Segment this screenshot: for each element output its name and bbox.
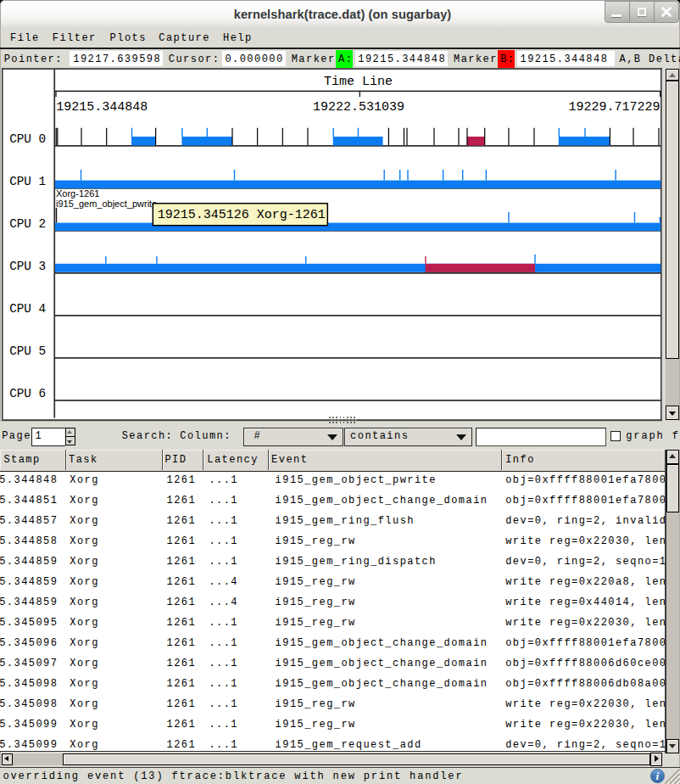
svg-text:CPU 2: CPU 2 <box>9 217 46 231</box>
svg-text:i915_gem_object_pwrite: i915_gem_object_pwrite <box>56 199 157 209</box>
svg-text:i: i <box>655 770 659 782</box>
svg-text:CPU 5: CPU 5 <box>9 344 46 358</box>
svg-text:Time Line: Time Line <box>324 75 393 89</box>
svg-text:CPU 0: CPU 0 <box>9 132 46 146</box>
svg-text:19229.717229: 19229.717229 <box>569 100 660 115</box>
svg-text:CPU 6: CPU 6 <box>9 387 46 400</box>
svg-text:CPU 4: CPU 4 <box>9 302 46 316</box>
svg-text:Xorg-1261: Xorg-1261 <box>56 188 99 199</box>
svg-text:CPU 3: CPU 3 <box>9 260 46 273</box>
svg-text:19215.344848: 19215.344848 <box>56 100 148 115</box>
svg-text:19215.345126 Xorg-1261: 19215.345126 Xorg-1261 <box>158 208 326 222</box>
svg-text:CPU 1: CPU 1 <box>9 175 46 188</box>
svg-text:19222.531039: 19222.531039 <box>313 100 404 115</box>
